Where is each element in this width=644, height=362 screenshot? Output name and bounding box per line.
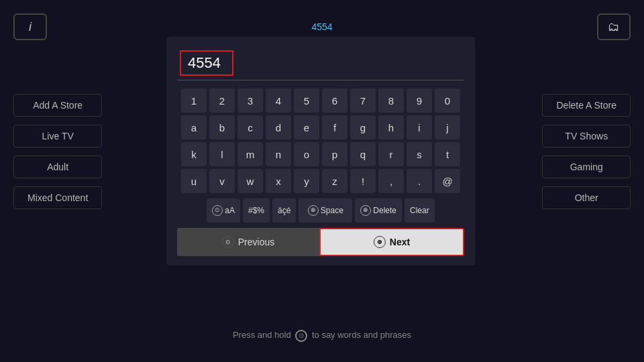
other-button[interactable]: Other — [542, 186, 631, 209]
key-h[interactable]: h — [378, 115, 404, 139]
key-d[interactable]: d — [266, 115, 291, 139]
key-f[interactable]: f — [322, 115, 347, 139]
folder-button[interactable]: 🗂 — [597, 13, 631, 40]
key-z[interactable]: z — [322, 169, 347, 193]
keyboard-dialog: 4554 1 2 3 4 5 6 7 8 9 0 a b c d — [166, 37, 475, 265]
key-at[interactable]: @ — [435, 169, 460, 193]
hint-text-prefix: Press and hold — [233, 330, 291, 340]
adult-button[interactable]: Adult — [13, 156, 102, 178]
key-q[interactable]: q — [350, 142, 376, 166]
mixed-content-button[interactable]: Mixed Content — [13, 186, 102, 209]
key-p[interactable]: p — [322, 142, 347, 166]
key-e[interactable]: e — [294, 115, 319, 139]
key-w[interactable]: w — [237, 169, 263, 193]
key-c[interactable]: c — [237, 115, 263, 139]
key-space[interactable]: ⊕ Space — [299, 198, 352, 223]
tv-shows-button[interactable]: TV Shows — [542, 125, 631, 147]
add-store-button[interactable]: Add A Store — [13, 94, 102, 117]
special-keys-row: ⊙ aA #$% äçé ⊕ Space ⊕ Delete — [177, 198, 464, 223]
key-9[interactable]: 9 — [407, 88, 432, 113]
keyboard-input-area: 4554 — [177, 46, 464, 80]
live-tv-button[interactable]: Live TV — [13, 125, 102, 147]
key-delete[interactable]: ⊕ Delete — [355, 198, 402, 223]
circle-icon: ⊙ — [212, 205, 223, 216]
key-v[interactable]: v — [209, 169, 235, 193]
row-kt: k l m n o p q r s t — [177, 142, 464, 166]
key-comma[interactable]: , — [378, 169, 404, 193]
key-case-toggle[interactable]: ⊙ aA — [207, 198, 240, 223]
gaming-button[interactable]: Gaming — [542, 156, 631, 178]
background: i 4554 🗂 Add A Store Live TV Adult Mixed… — [0, 0, 644, 362]
right-buttons: Delete A Store TV Shows Gaming Other — [542, 94, 631, 209]
key-clear[interactable]: Clear — [405, 198, 435, 223]
key-3[interactable]: 3 — [237, 88, 263, 113]
key-5[interactable]: 5 — [294, 88, 319, 113]
folder-icon: 🗂 — [608, 20, 620, 34]
key-m[interactable]: m — [237, 142, 263, 166]
hint-text-suffix: to say words and phrases — [312, 330, 411, 340]
next-label: Next — [390, 237, 410, 247]
input-value[interactable]: 4554 — [180, 50, 233, 76]
number-row: 1 2 3 4 5 6 7 8 9 0 — [177, 88, 464, 113]
key-i[interactable]: i — [407, 115, 432, 139]
previous-label: Previous — [238, 237, 274, 247]
key-x[interactable]: x — [266, 169, 291, 193]
key-l[interactable]: l — [209, 142, 235, 166]
next-button[interactable]: ⊕ Next — [319, 228, 464, 256]
row-aj: a b c d e f g h i j — [177, 115, 464, 139]
key-exclaim[interactable]: ! — [350, 169, 376, 193]
key-0[interactable]: 0 — [435, 88, 460, 113]
info-icon: i — [29, 20, 32, 34]
key-a[interactable]: a — [181, 115, 207, 139]
key-j[interactable]: j — [435, 115, 460, 139]
key-period[interactable]: . — [407, 169, 432, 193]
key-o[interactable]: o — [294, 142, 319, 166]
key-y[interactable]: y — [294, 169, 319, 193]
key-k[interactable]: k — [181, 142, 207, 166]
key-g[interactable]: g — [350, 115, 376, 139]
clear-label: Clear — [410, 206, 429, 215]
delete-store-button[interactable]: Delete A Store — [542, 94, 631, 117]
row-symbols: u v w x y z ! , . @ — [177, 169, 464, 193]
left-buttons: Add A Store Live TV Adult Mixed Content — [13, 94, 102, 209]
key-2[interactable]: 2 — [209, 88, 235, 113]
key-8[interactable]: 8 — [378, 88, 404, 113]
key-s[interactable]: s — [407, 142, 432, 166]
nav-row: ⊙ Previous ⊕ Next — [177, 228, 464, 256]
key-4[interactable]: 4 — [266, 88, 291, 113]
previous-button[interactable]: ⊙ Previous — [177, 228, 319, 256]
info-button[interactable]: i — [13, 13, 47, 40]
key-6[interactable]: 6 — [322, 88, 347, 113]
circle-icon-delete: ⊕ — [360, 205, 371, 216]
prev-circle-icon: ⊙ — [222, 236, 234, 248]
keyboard-rows: 1 2 3 4 5 6 7 8 9 0 a b c d e f g h — [177, 88, 464, 256]
key-n[interactable]: n — [266, 142, 291, 166]
circle-icon-space: ⊕ — [308, 205, 319, 216]
hint-icon: ⊙ — [295, 330, 307, 342]
key-u[interactable]: u — [181, 169, 207, 193]
top-bar: i 4554 🗂 — [13, 13, 631, 40]
key-symbols[interactable]: #$% — [243, 198, 270, 223]
key-t[interactable]: t — [435, 142, 460, 166]
key-7[interactable]: 7 — [350, 88, 376, 113]
key-b[interactable]: b — [209, 115, 235, 139]
key-1[interactable]: 1 — [181, 88, 207, 113]
next-circle-icon: ⊕ — [374, 236, 386, 248]
top-center-text: 4554 — [311, 21, 332, 32]
bottom-hint: Press and hold ⊙ to say words and phrase… — [0, 330, 644, 342]
key-accented[interactable]: äçé — [272, 198, 296, 223]
key-r[interactable]: r — [378, 142, 404, 166]
